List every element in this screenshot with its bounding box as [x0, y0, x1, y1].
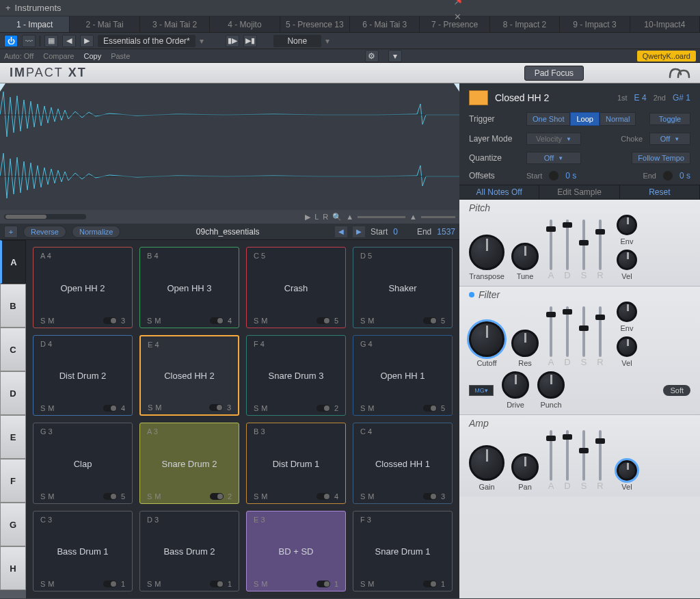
- first-note[interactable]: E 4: [634, 93, 647, 103]
- zoom-icon[interactable]: 🔍: [332, 213, 342, 222]
- pad[interactable]: E 4Closed HH 2SM3: [139, 335, 239, 416]
- filter-s-slider[interactable]: [579, 325, 589, 331]
- mute-button[interactable]: M: [261, 580, 267, 588]
- pad-toggle[interactable]: [317, 405, 330, 412]
- layermode-dropdown[interactable]: Velocity▼: [526, 133, 581, 145]
- tune-knob[interactable]: [511, 243, 539, 270]
- preset-tab[interactable]: 4 - Mojito: [210, 16, 280, 32]
- solo-button[interactable]: S: [40, 317, 45, 325]
- bank-tab-e[interactable]: E: [0, 415, 26, 459]
- pitch-r-slider[interactable]: [595, 229, 605, 235]
- mute-button[interactable]: M: [368, 492, 374, 501]
- filter-a-slider[interactable]: [546, 312, 556, 317]
- edit-sample-button[interactable]: Edit Sample: [539, 185, 619, 199]
- trigger-oneshot[interactable]: One Shot: [526, 112, 570, 126]
- solo-button[interactable]: S: [147, 492, 152, 501]
- pad-toggle[interactable]: [317, 493, 330, 500]
- solo-button[interactable]: S: [254, 404, 258, 412]
- zoom-slider[interactable]: [358, 216, 405, 218]
- offset-start-knob[interactable]: [549, 171, 558, 181]
- res-knob[interactable]: [511, 330, 539, 357]
- solo-button[interactable]: S: [40, 404, 45, 412]
- solo-button[interactable]: S: [147, 317, 152, 325]
- pan-knob[interactable]: [511, 453, 539, 481]
- amp-d-slider[interactable]: [563, 434, 572, 440]
- pitch-a-slider[interactable]: [546, 226, 556, 232]
- amp-a-slider[interactable]: [546, 436, 556, 441]
- add-sample-icon[interactable]: +: [4, 226, 18, 238]
- pad[interactable]: C 4Clossed HH 1SM3: [353, 423, 453, 504]
- reverse-button[interactable]: Reverse: [23, 226, 66, 238]
- pad[interactable]: F 4Snare Drum 3SM2: [246, 335, 346, 416]
- zoom-up-icon[interactable]: ▲: [346, 213, 353, 221]
- solo-button[interactable]: S: [40, 580, 45, 588]
- gear-icon[interactable]: ⚙: [365, 50, 379, 62]
- solo-button[interactable]: S: [147, 580, 152, 588]
- pad[interactable]: C 3Bass Drum 1SM1: [33, 511, 133, 592]
- bank-tab-a[interactable]: A: [0, 240, 26, 284]
- preset-tab[interactable]: 5 - Presence 13: [280, 16, 350, 32]
- solo-button[interactable]: S: [254, 492, 258, 501]
- quantize-dropdown[interactable]: Off▼: [526, 152, 581, 164]
- pad[interactable]: C 5CrashSM5: [246, 247, 346, 328]
- filter-type-dropdown[interactable]: MG ▾: [469, 385, 494, 396]
- pad-toggle[interactable]: [423, 493, 437, 500]
- pitch-env-knob[interactable]: [617, 215, 637, 235]
- vzoom-slider[interactable]: [421, 216, 455, 218]
- pad[interactable]: D 3Bass Drum 2SM1: [139, 511, 239, 592]
- offset-end[interactable]: 0 s: [679, 171, 690, 181]
- next-preset-icon[interactable]: ▶: [80, 35, 94, 47]
- solo-button[interactable]: S: [148, 403, 152, 412]
- pitch-vel-knob[interactable]: [617, 250, 637, 270]
- preset-tab[interactable]: 6 - Mai Tai 3: [350, 16, 420, 32]
- pad-toggle[interactable]: [103, 405, 117, 412]
- mute-button[interactable]: M: [261, 404, 267, 412]
- pad-toggle[interactable]: [103, 581, 117, 587]
- pad-toggle[interactable]: [317, 581, 330, 587]
- amp-r-slider[interactable]: [595, 438, 605, 444]
- pad-toggle[interactable]: [210, 581, 224, 587]
- mute-button[interactable]: M: [48, 580, 54, 588]
- pitch-s-slider[interactable]: [579, 240, 589, 245]
- mute-button[interactable]: M: [48, 492, 54, 501]
- solo-button[interactable]: S: [40, 492, 45, 501]
- choke-dropdown[interactable]: Off▼: [649, 133, 690, 145]
- solo-button[interactable]: S: [360, 317, 365, 325]
- pad[interactable]: A 3Snare Drum 2SM2: [139, 423, 239, 504]
- copy-button[interactable]: Copy: [83, 52, 101, 60]
- fx-slot[interactable]: None: [273, 35, 321, 47]
- pad[interactable]: D 4Dist Drum 2SM4: [33, 335, 133, 416]
- pad-toggle[interactable]: [423, 581, 437, 587]
- punch-knob[interactable]: [537, 371, 565, 399]
- play-icon[interactable]: ▶: [305, 213, 310, 222]
- filter-r-slider[interactable]: [595, 315, 605, 320]
- trigger-loop[interactable]: Loop: [570, 112, 599, 126]
- paste-button[interactable]: Paste: [111, 52, 130, 60]
- reset-button[interactable]: Reset: [620, 185, 700, 199]
- pitch-d-slider[interactable]: [563, 222, 572, 228]
- keyboard-badge[interactable]: QwertyK..oard: [637, 51, 696, 62]
- bank-tab-f[interactable]: F: [0, 459, 26, 503]
- preset-tab[interactable]: 1 - Impact: [0, 16, 70, 32]
- prev-preset-icon[interactable]: ◀: [62, 35, 76, 47]
- filter-env-knob[interactable]: [617, 302, 637, 322]
- mute-button[interactable]: M: [368, 404, 374, 412]
- pin-icon[interactable]: 📌: [454, 0, 695, 5]
- pad[interactable]: G 4Open HH 1SM5: [353, 335, 453, 416]
- trigger-normal[interactable]: Normal: [600, 112, 636, 126]
- bank-tab-d[interactable]: D: [0, 371, 26, 415]
- pad[interactable]: F 3Snare Drum 1SM1: [353, 511, 453, 592]
- pad-toggle[interactable]: [209, 404, 223, 411]
- solo-button[interactable]: S: [360, 404, 365, 412]
- mute-button[interactable]: M: [368, 317, 374, 325]
- mute-button[interactable]: M: [261, 317, 267, 325]
- pad-focus-button[interactable]: Pad Focus: [524, 66, 584, 81]
- solo-button[interactable]: S: [254, 317, 258, 325]
- pad-toggle[interactable]: [210, 493, 224, 500]
- mute-button[interactable]: M: [48, 317, 54, 325]
- preset-tab[interactable]: 8 - Impact 2: [490, 16, 560, 32]
- channel-l[interactable]: L: [314, 213, 319, 221]
- preset-tab[interactable]: 7 - Presence: [420, 16, 489, 32]
- sample-end[interactable]: 1537: [437, 227, 455, 237]
- pad-toggle[interactable]: [103, 493, 117, 500]
